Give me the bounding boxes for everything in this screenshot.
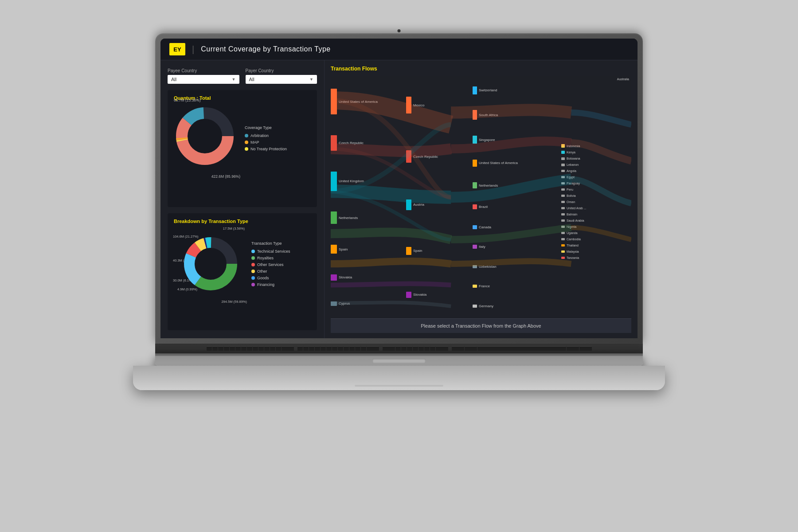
legend-item-other-services: Other Services	[251, 262, 290, 267]
key	[332, 346, 337, 351]
payer-country-select[interactable]: All ▼	[246, 75, 317, 84]
key	[309, 346, 314, 351]
quantum-donut-chart	[174, 105, 236, 167]
goods-label: Goods	[257, 276, 269, 280]
key	[321, 346, 326, 351]
payer-country-value: All	[249, 77, 254, 82]
key	[361, 346, 366, 351]
no-treaty-dot	[245, 147, 248, 151]
key	[395, 346, 401, 351]
key	[241, 346, 246, 351]
breakdown-label-0: 17.5M (3.56%)	[223, 227, 245, 231]
header: EY | Current Coverage by Transaction Typ…	[160, 39, 638, 60]
key	[264, 346, 270, 351]
breakdown-label-5: 294.5M (59.89%)	[221, 300, 247, 304]
payer-filter-group: Payer Country All ▼	[246, 68, 317, 84]
key-shift-left	[383, 346, 395, 351]
ey-logo: EY	[169, 43, 185, 55]
status-message: Please select a Transaction Flow from th…	[421, 323, 541, 329]
transaction-flows-title: Transaction Flows	[331, 66, 631, 72]
dashboard: EY | Current Coverage by Transaction Typ…	[160, 39, 638, 338]
map-dot	[245, 141, 248, 144]
key	[224, 346, 229, 351]
key	[413, 346, 418, 351]
screen-bezel: EY | Current Coverage by Transaction Typ…	[160, 39, 638, 338]
legend-item-other: Other	[251, 269, 290, 274]
laptop-hinge	[155, 353, 643, 356]
arbitration-dot	[245, 134, 248, 137]
main-content: Payee Country All ▼ Payer Country All	[160, 60, 638, 338]
royalties-label: Royalties	[257, 256, 274, 260]
royalties-dot	[251, 256, 255, 260]
legend-item-no-treaty: No Treaty Protection	[245, 147, 287, 151]
payee-country-select[interactable]: All ▼	[168, 75, 239, 84]
key-backspace	[282, 346, 294, 351]
key	[349, 346, 355, 351]
trackpad	[372, 359, 426, 363]
status-bar: Please select a Transaction Flow from th…	[331, 318, 631, 333]
key	[401, 346, 407, 351]
key-ctrl-right	[579, 346, 592, 351]
key	[235, 346, 241, 351]
quantum-legend: Coverage Type Arbitration MAP	[245, 125, 287, 151]
key-enter	[367, 346, 379, 351]
other-label: Other	[257, 269, 267, 274]
technical-dot	[251, 250, 255, 253]
laptop-bottom	[133, 366, 665, 390]
breakdown-chart-section: Breakdown by Transaction Type 17.5M (3.5…	[168, 213, 317, 330]
key	[276, 346, 281, 351]
key	[430, 346, 435, 351]
financing-label: Financing	[257, 282, 274, 287]
quantum-outer-label: 65.7M (13.36%)	[174, 98, 200, 102]
quantum-inner-label: 422.6M (85.96%)	[211, 174, 240, 179]
key	[344, 346, 349, 351]
payee-country-label: Payee Country	[168, 68, 239, 73]
laptop-lid: EY | Current Coverage by Transaction Typ…	[155, 33, 643, 344]
key	[338, 346, 343, 351]
map-label: MAP	[250, 140, 259, 145]
header-divider: |	[192, 44, 194, 55]
left-panel: Payee Country All ▼ Payer Country All	[160, 60, 325, 338]
key-ctrl-left	[452, 346, 464, 351]
technical-label: Technical Services	[257, 249, 290, 254]
legend-item-technical: Technical Services	[251, 249, 290, 254]
legend-item-arbitration: Arbitration	[245, 133, 287, 138]
filters-row: Payee Country All ▼ Payer Country All	[168, 68, 317, 84]
breakdown-legend: Transaction Type Technical Services Roya…	[251, 241, 290, 287]
key	[207, 346, 212, 351]
breakdown-donut-chart	[182, 235, 239, 293]
key	[247, 346, 252, 351]
laptop-container: EY | Current Coverage by Transaction Typ…	[133, 33, 665, 499]
breakdown-chart-title: Breakdown by Transaction Type	[174, 219, 311, 224]
key	[212, 346, 218, 351]
legend-item-goods: Goods	[251, 276, 290, 280]
key	[355, 346, 360, 351]
key	[297, 346, 303, 351]
arbitration-label: Arbitration	[250, 133, 269, 138]
right-panel: Transaction Flows United States of Ameri…	[325, 60, 638, 338]
chevron-down-icon: ▼	[232, 77, 236, 82]
quantum-chart-container: 65.7M (13.36%)	[174, 105, 311, 172]
sankey-flows-svg	[331, 76, 631, 318]
payer-country-label: Payer Country	[246, 68, 317, 73]
key	[315, 346, 320, 351]
key	[424, 346, 430, 351]
laptop-base	[155, 353, 643, 366]
no-treaty-label: No Treaty Protection	[250, 147, 287, 151]
payee-country-value: All	[171, 77, 176, 82]
other-services-label: Other Services	[257, 262, 284, 267]
key	[218, 346, 223, 351]
keyboard	[155, 344, 643, 353]
camera-dot	[398, 29, 401, 32]
other-services-dot	[251, 263, 255, 266]
laptop-feet	[355, 385, 443, 387]
key	[407, 346, 412, 351]
key-alt-left	[465, 346, 477, 351]
key	[270, 346, 275, 351]
other-dot	[251, 270, 255, 273]
key-alt-right	[567, 346, 579, 351]
key	[303, 346, 309, 351]
quantum-legend-title: Coverage Type	[245, 125, 287, 130]
legend-item-financing: Financing	[251, 282, 290, 287]
breakdown-legend-title: Transaction Type	[251, 241, 290, 246]
